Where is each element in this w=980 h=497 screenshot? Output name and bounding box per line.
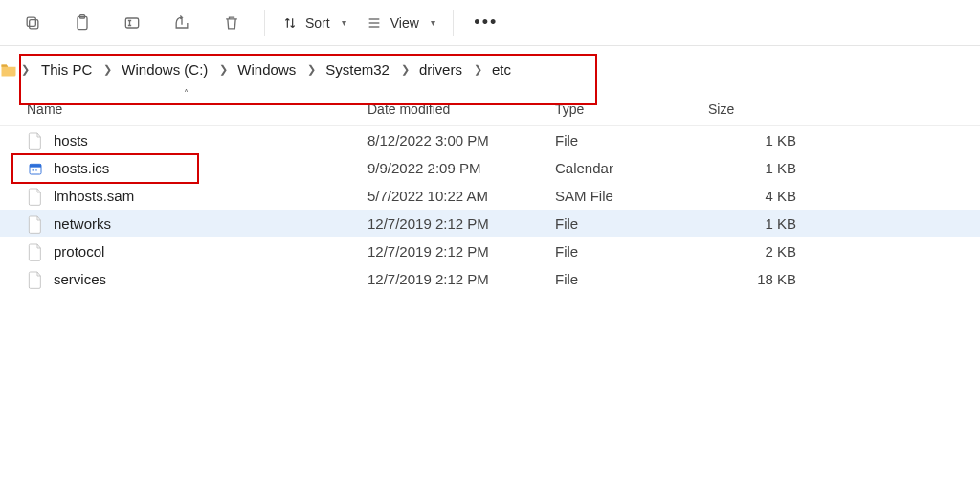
file-row[interactable]: networks12/7/2019 2:12 PMFile1 KB [0,210,980,237]
cell-name: hosts.ics [27,158,368,179]
file-icon [27,241,44,262]
cell-date: 12/7/2019 2:12 PM [368,243,555,260]
trash-icon [222,13,241,33]
file-row[interactable]: hosts.ics9/9/2022 2:09 PMCalendar1 KB [0,154,980,182]
column-header-name[interactable]: Name [27,102,368,117]
file-name: hosts [54,132,88,148]
file-icon [27,269,44,290]
file-icon [27,214,44,235]
chevron-right-icon[interactable]: ❯ [17,63,35,76]
view-label: View [390,15,419,31]
cell-type: SAM File [555,188,708,204]
clipboard-icon [73,13,92,33]
breadcrumb-item[interactable]: drivers [415,59,466,79]
chevron-right-icon[interactable]: ❯ [397,63,412,76]
breadcrumb-item[interactable]: System32 [322,59,393,79]
copy-icon [23,13,42,33]
cell-name: hosts [27,130,368,151]
paste-button[interactable] [57,4,107,42]
cell-name: lmhosts.sam [27,186,368,207]
file-name: hosts.ics [54,160,109,176]
breadcrumbs: This PC❯Windows (C:)❯Windows❯System32❯dr… [35,56,524,83]
cell-date: 8/12/2022 3:00 PM [368,132,555,148]
sort-button[interactable]: Sort ▾ [273,4,356,42]
cell-type: Calendar [555,160,708,176]
svg-rect-4 [125,18,138,28]
toolbar: Sort ▾ View ▾ ••• [0,0,980,46]
address-bar[interactable]: ❯ This PC❯Windows (C:)❯Windows❯System32❯… [0,46,980,92]
cell-date: 12/7/2019 2:12 PM [368,215,555,232]
svg-rect-1 [27,17,35,26]
cell-size: 1 KB [708,132,813,148]
breadcrumb-item[interactable]: etc [488,59,515,79]
sort-indicator-icon: ˄ [184,88,189,99]
cell-name: networks [27,214,368,235]
column-header-size[interactable]: Size [708,102,813,117]
sort-icon [282,15,298,31]
file-row[interactable]: services12/7/2019 2:12 PMFile18 KB [0,265,980,293]
column-header-type[interactable]: Type [555,102,708,117]
delete-button[interactable] [207,4,256,42]
breadcrumb-item[interactable]: Windows (C:) [118,59,212,79]
svg-rect-6 [30,164,41,167]
breadcrumb-item[interactable]: This PC [37,59,96,79]
chevron-right-icon[interactable]: ❯ [470,63,484,76]
column-header-date[interactable]: Date modified [368,102,555,117]
cell-date: 5/7/2022 10:22 AM [368,188,555,204]
more-button[interactable]: ••• [461,4,511,42]
breadcrumb-item[interactable]: Windows [234,59,300,79]
svg-rect-0 [30,19,38,28]
file-row[interactable]: lmhosts.sam5/7/2022 10:22 AMSAM File4 KB [0,182,980,210]
toolbar-separator [453,10,454,36]
file-icon [27,186,44,207]
file-row[interactable]: protocol12/7/2019 2:12 PMFile2 KB [0,237,980,265]
toolbar-separator [264,10,265,36]
share-button[interactable] [157,4,207,42]
cell-date: 12/7/2019 2:12 PM [368,271,555,287]
file-name: lmhosts.sam [54,188,134,204]
cell-type: File [555,132,708,148]
column-headers: ˄ Name Date modified Type Size [0,92,980,126]
calendar-icon [27,158,44,179]
cell-name: protocol [27,241,368,262]
rename-button[interactable] [107,4,157,42]
file-name: networks [54,215,111,232]
cell-size: 1 KB [708,160,813,176]
copy-button[interactable] [8,4,57,42]
sort-label: Sort [305,15,330,31]
file-list: hosts8/12/2022 3:00 PMFile1 KBhosts.ics9… [0,126,980,293]
file-name: protocol [54,243,104,260]
view-button[interactable]: View ▾ [356,4,445,42]
share-icon [172,13,191,33]
cell-type: File [555,243,708,260]
cell-type: File [555,271,708,287]
cell-date: 9/9/2022 2:09 PM [368,160,555,176]
chevron-right-icon[interactable]: ❯ [303,63,318,76]
chevron-right-icon[interactable]: ❯ [100,63,114,76]
file-row[interactable]: hosts8/12/2022 3:00 PMFile1 KB [0,126,980,154]
list-icon [366,15,383,31]
svg-rect-7 [33,169,34,170]
file-icon [27,130,44,151]
chevron-down-icon: ▾ [342,17,346,28]
svg-rect-8 [35,169,37,170]
chevron-right-icon[interactable]: ❯ [215,63,230,76]
folder-icon [0,61,17,77]
cell-size: 2 KB [708,243,813,260]
ellipsis-icon: ••• [474,12,498,33]
chevron-down-icon: ▾ [431,17,435,28]
cell-type: File [555,215,708,232]
file-name: services [54,271,106,287]
cell-size: 18 KB [708,271,813,287]
cell-size: 1 KB [708,215,813,232]
rename-icon [122,13,142,33]
cell-size: 4 KB [708,188,813,204]
cell-name: services [27,269,368,290]
